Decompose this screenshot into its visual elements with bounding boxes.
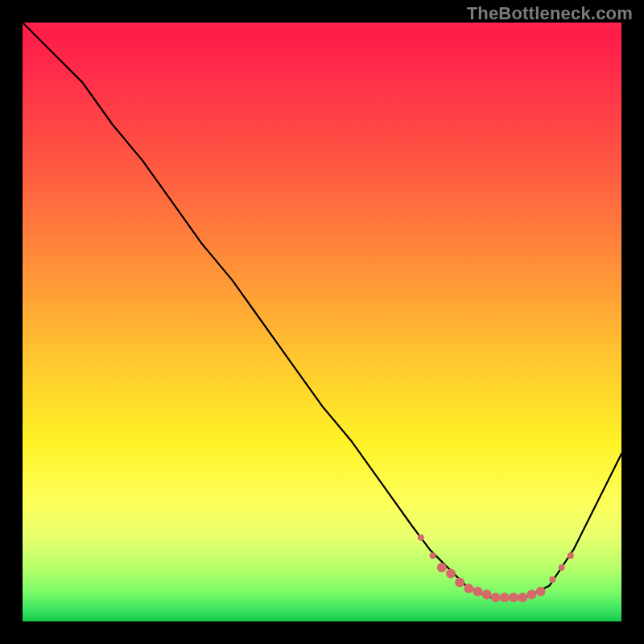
chart-container: TheBottleneck.com (0, 0, 644, 644)
attribution-label: TheBottleneck.com (467, 3, 633, 24)
heatmap-gradient (23, 23, 621, 621)
plot-area (23, 23, 621, 621)
